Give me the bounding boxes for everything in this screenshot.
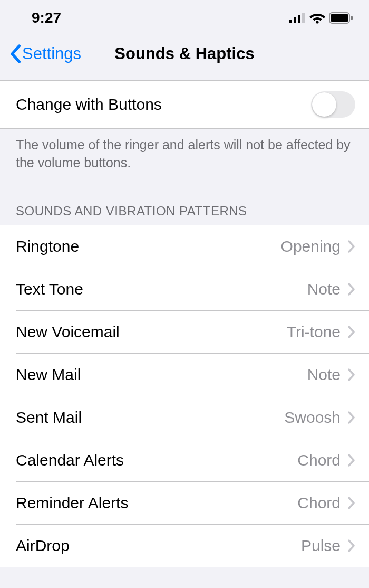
back-button[interactable]: Settings <box>9 44 81 63</box>
change-with-buttons-toggle[interactable] <box>311 91 355 118</box>
row-label: Sent Mail <box>16 409 82 426</box>
svg-rect-3 <box>302 13 305 23</box>
row-label: New Mail <box>16 366 81 384</box>
reminder-alerts-row[interactable]: Reminder Alerts Chord <box>0 482 369 524</box>
wifi-icon <box>309 12 325 24</box>
row-label: New Voicemail <box>16 323 120 341</box>
status-bar: 9:27 <box>0 0 369 32</box>
sounds-section-header: SOUNDS AND VIBRATION PATTERNS <box>0 177 369 225</box>
battery-icon <box>329 12 353 24</box>
back-label: Settings <box>22 44 81 63</box>
svg-rect-7 <box>351 16 353 20</box>
row-label: AirDrop <box>16 537 70 555</box>
status-time: 9:27 <box>16 10 61 26</box>
chevron-right-icon <box>348 411 355 424</box>
chevron-right-icon <box>348 368 355 381</box>
airdrop-row[interactable]: AirDrop Pulse <box>0 525 369 567</box>
new-mail-row[interactable]: New Mail Note <box>0 354 369 396</box>
svg-point-4 <box>316 21 318 23</box>
sent-mail-row[interactable]: Sent Mail Swoosh <box>0 396 369 439</box>
toggle-knob <box>312 92 336 117</box>
row-value: Chord <box>297 494 341 512</box>
svg-rect-0 <box>289 20 292 23</box>
svg-rect-1 <box>294 17 296 23</box>
sounds-list: Ringtone Opening Text Tone Note New Voic… <box>0 225 369 567</box>
change-with-buttons-footer: The volume of the ringer and alerts will… <box>0 129 369 177</box>
row-value: Note <box>307 280 341 298</box>
page-title: Sounds & Haptics <box>114 44 254 63</box>
chevron-left-icon <box>9 44 21 63</box>
chevron-right-icon <box>348 497 355 509</box>
row-label: Text Tone <box>16 280 83 298</box>
row-label: Ringtone <box>16 238 79 255</box>
row-value: Opening <box>281 238 341 255</box>
row-value: Chord <box>297 451 341 469</box>
row-label: Calendar Alerts <box>16 451 124 469</box>
chevron-right-icon <box>348 539 355 552</box>
row-value: Tri-tone <box>287 323 341 341</box>
cellular-icon <box>289 13 306 23</box>
svg-rect-2 <box>298 15 300 23</box>
change-with-buttons-row[interactable]: Change with Buttons <box>0 80 369 129</box>
chevron-right-icon <box>348 326 355 338</box>
row-value: Swoosh <box>284 409 341 426</box>
row-label: Reminder Alerts <box>16 494 128 512</box>
calendar-alerts-row[interactable]: Calendar Alerts Chord <box>0 439 369 481</box>
navigation-bar: Settings Sounds & Haptics <box>0 32 369 75</box>
ringtone-row[interactable]: Ringtone Opening <box>0 225 369 268</box>
chevron-right-icon <box>348 454 355 467</box>
row-value: Note <box>307 366 341 384</box>
change-with-buttons-label: Change with Buttons <box>16 96 162 113</box>
new-voicemail-row[interactable]: New Voicemail Tri-tone <box>0 311 369 353</box>
status-icons <box>289 12 353 24</box>
row-value: Pulse <box>301 537 341 555</box>
chevron-right-icon <box>348 240 355 253</box>
chevron-right-icon <box>348 283 355 296</box>
text-tone-row[interactable]: Text Tone Note <box>0 268 369 310</box>
svg-rect-6 <box>331 14 348 22</box>
